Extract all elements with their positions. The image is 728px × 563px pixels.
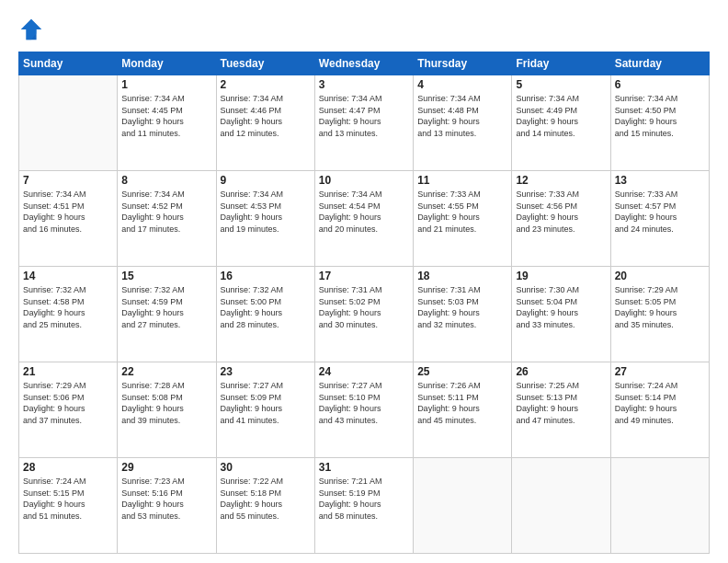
calendar-cell: 16Sunrise: 7:32 AMSunset: 5:00 PMDayligh… [216,267,314,362]
day-info: Sunrise: 7:34 AMSunset: 4:47 PMDaylight:… [319,93,409,139]
calendar-cell: 21Sunrise: 7:29 AMSunset: 5:06 PMDayligh… [19,362,118,458]
day-info: Sunrise: 7:29 AMSunset: 5:05 PMDaylight:… [615,284,705,330]
weekday-header-tuesday: Tuesday [216,52,314,75]
week-row-2: 7Sunrise: 7:34 AMSunset: 4:51 PMDaylight… [19,171,710,267]
calendar-cell: 19Sunrise: 7:30 AMSunset: 5:04 PMDayligh… [512,267,610,362]
day-info: Sunrise: 7:34 AMSunset: 4:48 PMDaylight:… [417,93,507,139]
day-info: Sunrise: 7:34 AMSunset: 4:52 PMDaylight:… [121,189,211,235]
day-info: Sunrise: 7:25 AMSunset: 5:13 PMDaylight:… [516,380,606,426]
page: SundayMondayTuesdayWednesdayThursdayFrid… [0,0,728,563]
calendar-cell: 4Sunrise: 7:34 AMSunset: 4:48 PMDaylight… [414,75,512,171]
day-info: Sunrise: 7:34 AMSunset: 4:45 PMDaylight:… [121,93,211,139]
week-row-4: 21Sunrise: 7:29 AMSunset: 5:06 PMDayligh… [19,362,710,458]
day-number: 4 [417,78,507,91]
day-number: 25 [417,365,507,378]
day-number: 24 [319,365,409,378]
header [18,17,710,42]
day-number: 30 [221,461,311,474]
day-number: 27 [615,365,705,378]
day-number: 14 [23,270,113,282]
calendar-cell: 8Sunrise: 7:34 AMSunset: 4:52 PMDaylight… [118,171,216,267]
calendar-cell: 27Sunrise: 7:24 AMSunset: 5:14 PMDayligh… [610,362,709,458]
calendar-cell: 18Sunrise: 7:31 AMSunset: 5:03 PMDayligh… [414,267,512,362]
calendar-cell: 17Sunrise: 7:31 AMSunset: 5:02 PMDayligh… [314,267,413,362]
calendar-cell: 26Sunrise: 7:25 AMSunset: 5:13 PMDayligh… [512,362,610,458]
day-info: Sunrise: 7:33 AMSunset: 4:55 PMDaylight:… [417,189,507,235]
calendar-cell: 15Sunrise: 7:32 AMSunset: 4:59 PMDayligh… [118,267,216,362]
day-number: 5 [516,78,606,91]
day-number: 13 [615,174,705,187]
weekday-header-thursday: Thursday [414,52,512,75]
calendar-cell: 6Sunrise: 7:34 AMSunset: 4:50 PMDaylight… [610,75,709,171]
calendar-cell: 30Sunrise: 7:22 AMSunset: 5:18 PMDayligh… [216,458,314,554]
day-number: 11 [417,174,507,187]
day-info: Sunrise: 7:34 AMSunset: 4:46 PMDaylight:… [221,93,311,139]
day-info: Sunrise: 7:31 AMSunset: 5:02 PMDaylight:… [319,284,409,330]
day-info: Sunrise: 7:34 AMSunset: 4:53 PMDaylight:… [221,189,311,235]
weekday-row: SundayMondayTuesdayWednesdayThursdayFrid… [19,52,710,75]
day-info: Sunrise: 7:33 AMSunset: 4:57 PMDaylight:… [615,189,705,235]
weekday-header-monday: Monday [118,52,216,75]
day-number: 15 [121,270,211,282]
calendar-cell [414,458,512,554]
day-info: Sunrise: 7:32 AMSunset: 5:00 PMDaylight:… [221,284,311,330]
day-info: Sunrise: 7:27 AMSunset: 5:10 PMDaylight:… [319,380,409,426]
weekday-header-saturday: Saturday [610,52,709,75]
day-info: Sunrise: 7:34 AMSunset: 4:50 PMDaylight:… [615,93,705,139]
calendar-cell: 20Sunrise: 7:29 AMSunset: 5:05 PMDayligh… [610,267,709,362]
calendar-cell [19,75,118,171]
calendar-cell: 23Sunrise: 7:27 AMSunset: 5:09 PMDayligh… [216,362,314,458]
calendar-cell: 7Sunrise: 7:34 AMSunset: 4:51 PMDaylight… [19,171,118,267]
day-number: 12 [516,174,606,187]
day-number: 28 [23,461,113,474]
day-info: Sunrise: 7:26 AMSunset: 5:11 PMDaylight:… [417,380,507,426]
week-row-5: 28Sunrise: 7:24 AMSunset: 5:15 PMDayligh… [19,458,710,554]
weekday-header-friday: Friday [512,52,610,75]
day-info: Sunrise: 7:34 AMSunset: 4:49 PMDaylight:… [516,93,606,139]
day-info: Sunrise: 7:34 AMSunset: 4:54 PMDaylight:… [319,189,409,235]
day-info: Sunrise: 7:24 AMSunset: 5:14 PMDaylight:… [615,380,705,426]
calendar-cell: 28Sunrise: 7:24 AMSunset: 5:15 PMDayligh… [19,458,118,554]
day-number: 31 [319,461,409,474]
day-number: 3 [319,78,409,91]
calendar-cell: 11Sunrise: 7:33 AMSunset: 4:55 PMDayligh… [414,171,512,267]
calendar-cell: 29Sunrise: 7:23 AMSunset: 5:16 PMDayligh… [118,458,216,554]
week-row-3: 14Sunrise: 7:32 AMSunset: 4:58 PMDayligh… [19,267,710,362]
day-number: 18 [417,270,507,282]
calendar-cell: 13Sunrise: 7:33 AMSunset: 4:57 PMDayligh… [610,171,709,267]
day-number: 17 [319,270,409,282]
day-info: Sunrise: 7:27 AMSunset: 5:09 PMDaylight:… [221,380,311,426]
svg-marker-1 [21,19,41,40]
day-info: Sunrise: 7:32 AMSunset: 4:59 PMDaylight:… [121,284,211,330]
calendar-cell: 10Sunrise: 7:34 AMSunset: 4:54 PMDayligh… [314,171,413,267]
day-info: Sunrise: 7:29 AMSunset: 5:06 PMDaylight:… [23,380,113,426]
calendar-cell: 22Sunrise: 7:28 AMSunset: 5:08 PMDayligh… [118,362,216,458]
day-info: Sunrise: 7:22 AMSunset: 5:18 PMDaylight:… [221,476,311,522]
day-number: 7 [23,174,113,187]
calendar-cell: 1Sunrise: 7:34 AMSunset: 4:45 PMDaylight… [118,75,216,171]
calendar-cell: 5Sunrise: 7:34 AMSunset: 4:49 PMDaylight… [512,75,610,171]
day-info: Sunrise: 7:24 AMSunset: 5:15 PMDaylight:… [23,476,113,522]
day-number: 2 [221,78,311,91]
day-number: 19 [516,270,606,282]
day-number: 22 [121,365,211,378]
weekday-header-sunday: Sunday [19,52,118,75]
calendar-cell: 24Sunrise: 7:27 AMSunset: 5:10 PMDayligh… [314,362,413,458]
day-number: 10 [319,174,409,187]
day-info: Sunrise: 7:23 AMSunset: 5:16 PMDaylight:… [121,476,211,522]
day-number: 9 [221,174,311,187]
calendar-cell [512,458,610,554]
day-info: Sunrise: 7:21 AMSunset: 5:19 PMDaylight:… [319,476,409,522]
calendar-table: SundayMondayTuesdayWednesdayThursdayFrid… [18,52,710,554]
day-number: 1 [121,78,211,91]
calendar-cell [610,458,709,554]
day-info: Sunrise: 7:28 AMSunset: 5:08 PMDaylight:… [121,380,211,426]
calendar-cell: 25Sunrise: 7:26 AMSunset: 5:11 PMDayligh… [414,362,512,458]
calendar-cell: 31Sunrise: 7:21 AMSunset: 5:19 PMDayligh… [314,458,413,554]
calendar-cell: 12Sunrise: 7:33 AMSunset: 4:56 PMDayligh… [512,171,610,267]
logo [18,17,48,42]
calendar-cell: 3Sunrise: 7:34 AMSunset: 4:47 PMDaylight… [314,75,413,171]
day-info: Sunrise: 7:34 AMSunset: 4:51 PMDaylight:… [23,189,113,235]
calendar-cell: 2Sunrise: 7:34 AMSunset: 4:46 PMDaylight… [216,75,314,171]
day-info: Sunrise: 7:30 AMSunset: 5:04 PMDaylight:… [516,284,606,330]
